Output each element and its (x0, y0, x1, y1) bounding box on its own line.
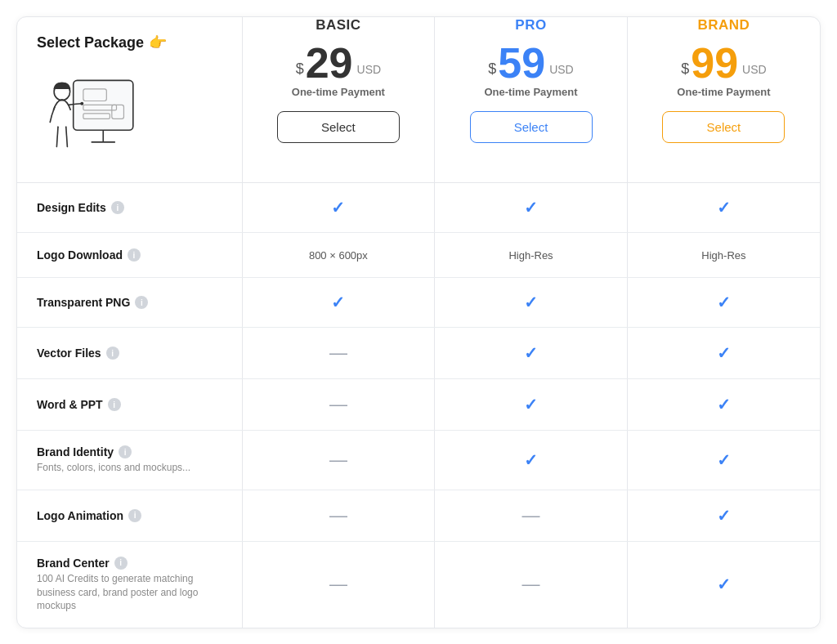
select-package-emoji: 👉 (149, 34, 167, 51)
basic-feature-cell: 800 × 600px (242, 233, 435, 278)
pro-feature-cell: ✓ (435, 431, 628, 490)
pro-price-row: $ 59 USD (435, 42, 627, 84)
pro-payment-type: One-time Payment (435, 86, 627, 98)
feature-row: Brand Center i 100 AI Credits to generat… (17, 541, 820, 628)
brand-feature-cell: ✓ (627, 541, 820, 628)
pro-price-amount: 59 (498, 42, 545, 84)
pro-feature-cell: ✓ (435, 183, 628, 233)
feature-sub: Fonts, colors, icons and mockups... (37, 461, 222, 475)
pro-select-button[interactable]: Select (470, 111, 593, 143)
feature-name-cell: Logo Animation i (17, 490, 242, 541)
pro-feature-cell: — (435, 490, 628, 541)
info-icon[interactable]: i (108, 398, 121, 411)
info-icon[interactable]: i (114, 557, 128, 570)
brand-feature-cell: ✓ (627, 328, 820, 379)
pro-price-currency: USD (549, 63, 574, 76)
check-icon: ✓ (717, 575, 731, 593)
feature-name: Design Edits i (37, 201, 222, 214)
basic-price-currency: USD (357, 63, 382, 76)
check-icon: ✓ (524, 396, 538, 414)
feature-name: Brand Identity i (37, 445, 222, 458)
feature-name-cell: Brand Identity i Fonts, colors, icons an… (17, 431, 242, 490)
feature-name: Transparent PNG i (37, 296, 222, 309)
info-icon[interactable]: i (119, 445, 132, 458)
feature-name-cell: Design Edits i (17, 183, 242, 233)
check-icon: ✓ (717, 293, 731, 311)
brand-payment-type: One-time Payment (628, 86, 820, 98)
basic-select-button[interactable]: Select (277, 111, 400, 143)
brand-feature-cell: ✓ (627, 379, 820, 431)
feature-name: Vector Files i (37, 347, 222, 360)
brand-feature-cell: ✓ (627, 490, 820, 541)
dash-icon: — (329, 449, 347, 470)
brand-feature-cell: ✓ (627, 183, 820, 233)
feature-name-cell: Word & PPT i (17, 379, 242, 431)
check-icon: ✓ (717, 344, 731, 362)
cell-text: High-Res (508, 249, 553, 262)
dash-icon: — (329, 574, 347, 594)
dash-icon: — (522, 505, 540, 525)
info-icon[interactable]: i (128, 509, 141, 522)
basic-feature-cell: ✓ (242, 278, 435, 328)
feature-label: Logo Download (37, 248, 123, 262)
feature-label: Vector Files (37, 347, 101, 360)
dash-icon: — (329, 342, 347, 363)
pro-feature-cell: High-Res (435, 233, 628, 278)
pro-feature-cell: ✓ (435, 379, 628, 431)
info-icon[interactable]: i (128, 248, 141, 262)
check-icon: ✓ (524, 293, 538, 311)
basic-feature-cell: ✓ (242, 183, 435, 233)
feature-row: Brand Identity i Fonts, colors, icons an… (17, 431, 820, 490)
feature-label: Design Edits (37, 201, 106, 214)
svg-point-8 (80, 102, 83, 105)
cell-text: 800 × 600px (309, 249, 368, 262)
feature-label: Logo Animation (37, 509, 123, 522)
feature-column-header: Select Package 👉 (17, 17, 242, 183)
pro-price-dollar: $ (488, 60, 496, 78)
feature-row: Design Edits i ✓ ✓ ✓ (17, 183, 820, 233)
brand-feature-cell: High-Res (627, 233, 820, 278)
check-icon: ✓ (331, 199, 345, 217)
pricing-table: Select Package 👉 (16, 16, 821, 628)
feature-name-cell: Logo Download i (17, 233, 242, 278)
feature-name: Logo Animation i (37, 509, 222, 522)
svg-line-9 (56, 127, 58, 146)
basic-feature-cell: — (242, 541, 435, 628)
basic-feature-cell: — (242, 328, 435, 379)
select-package-section: Select Package 👉 (37, 34, 222, 166)
check-icon: ✓ (717, 396, 731, 414)
info-icon[interactable]: i (135, 296, 148, 309)
check-icon: ✓ (524, 199, 538, 217)
feature-label: Transparent PNG (37, 296, 130, 309)
feature-name: Brand Center i (37, 557, 222, 570)
brand-select-button[interactable]: Select (662, 111, 785, 143)
check-icon: ✓ (717, 507, 731, 525)
basic-price-dollar: $ (296, 60, 304, 78)
brand-plan-header: BRAND $ 99 USD One-time Payment Select (627, 17, 820, 183)
feature-row: Transparent PNG i ✓ ✓ ✓ (17, 278, 820, 328)
brand-feature-cell: ✓ (627, 278, 820, 328)
dash-icon: — (329, 394, 347, 414)
feature-row: Vector Files i — ✓ ✓ (17, 328, 820, 379)
feature-row: Word & PPT i — ✓ ✓ (17, 379, 820, 431)
info-icon[interactable]: i (106, 347, 119, 360)
feature-row: Logo Animation i — — ✓ (17, 490, 820, 541)
feature-name: Word & PPT i (37, 398, 222, 411)
info-icon[interactable]: i (111, 201, 124, 214)
brand-feature-cell: ✓ (627, 431, 820, 490)
feature-row: Logo Download i 800 × 600px High-Res Hig… (17, 233, 820, 278)
feature-name: Logo Download i (37, 248, 222, 262)
brand-price-dollar: $ (681, 60, 689, 78)
feature-name-cell: Transparent PNG i (17, 278, 242, 328)
basic-price-row: $ 29 USD (243, 42, 435, 84)
basic-payment-type: One-time Payment (243, 86, 435, 98)
cell-text: High-Res (701, 249, 745, 262)
select-package-title: Select Package 👉 (37, 34, 167, 51)
pro-feature-cell: ✓ (435, 328, 628, 379)
check-icon: ✓ (524, 451, 538, 469)
basic-price-amount: 29 (306, 42, 353, 84)
select-package-label: Select Package (37, 34, 144, 51)
check-icon: ✓ (717, 199, 731, 217)
feature-sub: 100 AI Credits to generate matching busi… (37, 572, 222, 613)
svg-line-10 (66, 127, 68, 146)
